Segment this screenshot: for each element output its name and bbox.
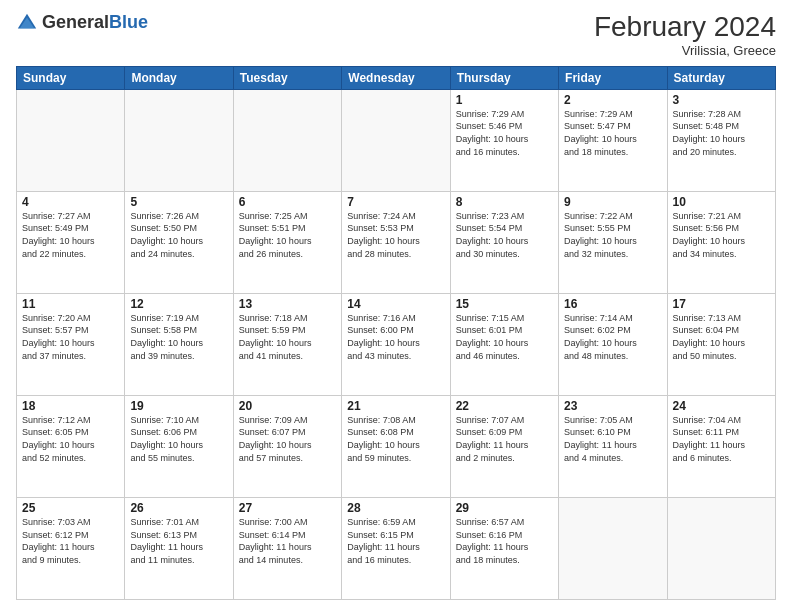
- day-info: Sunrise: 7:04 AMSunset: 6:11 PMDaylight:…: [673, 414, 770, 464]
- calendar-cell: 29Sunrise: 6:57 AMSunset: 6:16 PMDayligh…: [450, 497, 558, 599]
- day-info: Sunrise: 7:29 AMSunset: 5:46 PMDaylight:…: [456, 108, 553, 158]
- day-info: Sunrise: 7:20 AMSunset: 5:57 PMDaylight:…: [22, 312, 119, 362]
- calendar-cell: 1Sunrise: 7:29 AMSunset: 5:46 PMDaylight…: [450, 89, 558, 191]
- day-info: Sunrise: 6:59 AMSunset: 6:15 PMDaylight:…: [347, 516, 444, 566]
- day-number: 24: [673, 399, 770, 413]
- calendar-cell: 9Sunrise: 7:22 AMSunset: 5:55 PMDaylight…: [559, 191, 667, 293]
- calendar-week-4: 18Sunrise: 7:12 AMSunset: 6:05 PMDayligh…: [17, 395, 776, 497]
- day-number: 12: [130, 297, 227, 311]
- day-info: Sunrise: 7:22 AMSunset: 5:55 PMDaylight:…: [564, 210, 661, 260]
- calendar-cell: [233, 89, 341, 191]
- calendar-cell: [125, 89, 233, 191]
- day-number: 21: [347, 399, 444, 413]
- calendar-cell: 16Sunrise: 7:14 AMSunset: 6:02 PMDayligh…: [559, 293, 667, 395]
- calendar-cell: 17Sunrise: 7:13 AMSunset: 6:04 PMDayligh…: [667, 293, 775, 395]
- weekday-header-saturday: Saturday: [667, 66, 775, 89]
- month-title: February 2024: [594, 12, 776, 43]
- calendar-cell: 21Sunrise: 7:08 AMSunset: 6:08 PMDayligh…: [342, 395, 450, 497]
- logo: General Blue: [16, 12, 148, 34]
- calendar-cell: 19Sunrise: 7:10 AMSunset: 6:06 PMDayligh…: [125, 395, 233, 497]
- day-number: 13: [239, 297, 336, 311]
- calendar-week-2: 4Sunrise: 7:27 AMSunset: 5:49 PMDaylight…: [17, 191, 776, 293]
- day-info: Sunrise: 7:01 AMSunset: 6:13 PMDaylight:…: [130, 516, 227, 566]
- calendar-cell: 2Sunrise: 7:29 AMSunset: 5:47 PMDaylight…: [559, 89, 667, 191]
- weekday-header-monday: Monday: [125, 66, 233, 89]
- weekday-header-thursday: Thursday: [450, 66, 558, 89]
- calendar-cell: 14Sunrise: 7:16 AMSunset: 6:00 PMDayligh…: [342, 293, 450, 395]
- calendar-week-1: 1Sunrise: 7:29 AMSunset: 5:46 PMDaylight…: [17, 89, 776, 191]
- calendar-cell: [342, 89, 450, 191]
- calendar-cell: 26Sunrise: 7:01 AMSunset: 6:13 PMDayligh…: [125, 497, 233, 599]
- calendar-week-3: 11Sunrise: 7:20 AMSunset: 5:57 PMDayligh…: [17, 293, 776, 395]
- weekday-header-row: SundayMondayTuesdayWednesdayThursdayFrid…: [17, 66, 776, 89]
- calendar-week-5: 25Sunrise: 7:03 AMSunset: 6:12 PMDayligh…: [17, 497, 776, 599]
- day-number: 25: [22, 501, 119, 515]
- day-number: 8: [456, 195, 553, 209]
- calendar-cell: 25Sunrise: 7:03 AMSunset: 6:12 PMDayligh…: [17, 497, 125, 599]
- calendar-cell: 5Sunrise: 7:26 AMSunset: 5:50 PMDaylight…: [125, 191, 233, 293]
- day-number: 20: [239, 399, 336, 413]
- day-number: 9: [564, 195, 661, 209]
- calendar-cell: [559, 497, 667, 599]
- logo-icon: [16, 12, 38, 34]
- day-number: 17: [673, 297, 770, 311]
- day-number: 19: [130, 399, 227, 413]
- day-number: 6: [239, 195, 336, 209]
- logo-general: General: [42, 13, 109, 33]
- calendar-cell: 13Sunrise: 7:18 AMSunset: 5:59 PMDayligh…: [233, 293, 341, 395]
- day-info: Sunrise: 7:13 AMSunset: 6:04 PMDaylight:…: [673, 312, 770, 362]
- location: Vrilissia, Greece: [594, 43, 776, 58]
- logo-blue: Blue: [109, 13, 148, 33]
- day-number: 27: [239, 501, 336, 515]
- calendar-cell: 27Sunrise: 7:00 AMSunset: 6:14 PMDayligh…: [233, 497, 341, 599]
- calendar-cell: 7Sunrise: 7:24 AMSunset: 5:53 PMDaylight…: [342, 191, 450, 293]
- calendar-cell: 6Sunrise: 7:25 AMSunset: 5:51 PMDaylight…: [233, 191, 341, 293]
- day-info: Sunrise: 7:03 AMSunset: 6:12 PMDaylight:…: [22, 516, 119, 566]
- calendar-cell: 20Sunrise: 7:09 AMSunset: 6:07 PMDayligh…: [233, 395, 341, 497]
- day-info: Sunrise: 6:57 AMSunset: 6:16 PMDaylight:…: [456, 516, 553, 566]
- day-number: 2: [564, 93, 661, 107]
- day-info: Sunrise: 7:09 AMSunset: 6:07 PMDaylight:…: [239, 414, 336, 464]
- day-info: Sunrise: 7:18 AMSunset: 5:59 PMDaylight:…: [239, 312, 336, 362]
- day-number: 4: [22, 195, 119, 209]
- day-number: 3: [673, 93, 770, 107]
- logo-text: General Blue: [42, 13, 148, 33]
- day-info: Sunrise: 7:15 AMSunset: 6:01 PMDaylight:…: [456, 312, 553, 362]
- day-info: Sunrise: 7:12 AMSunset: 6:05 PMDaylight:…: [22, 414, 119, 464]
- day-number: 22: [456, 399, 553, 413]
- title-block: February 2024 Vrilissia, Greece: [594, 12, 776, 58]
- day-number: 5: [130, 195, 227, 209]
- day-info: Sunrise: 7:21 AMSunset: 5:56 PMDaylight:…: [673, 210, 770, 260]
- day-number: 15: [456, 297, 553, 311]
- day-info: Sunrise: 7:16 AMSunset: 6:00 PMDaylight:…: [347, 312, 444, 362]
- calendar-cell: 10Sunrise: 7:21 AMSunset: 5:56 PMDayligh…: [667, 191, 775, 293]
- calendar-cell: 24Sunrise: 7:04 AMSunset: 6:11 PMDayligh…: [667, 395, 775, 497]
- calendar-cell: [17, 89, 125, 191]
- day-number: 7: [347, 195, 444, 209]
- weekday-header-sunday: Sunday: [17, 66, 125, 89]
- day-info: Sunrise: 7:23 AMSunset: 5:54 PMDaylight:…: [456, 210, 553, 260]
- day-info: Sunrise: 7:05 AMSunset: 6:10 PMDaylight:…: [564, 414, 661, 464]
- weekday-header-wednesday: Wednesday: [342, 66, 450, 89]
- day-info: Sunrise: 7:10 AMSunset: 6:06 PMDaylight:…: [130, 414, 227, 464]
- day-info: Sunrise: 7:28 AMSunset: 5:48 PMDaylight:…: [673, 108, 770, 158]
- day-info: Sunrise: 7:24 AMSunset: 5:53 PMDaylight:…: [347, 210, 444, 260]
- header: General Blue February 2024 Vrilissia, Gr…: [16, 12, 776, 58]
- calendar-cell: 8Sunrise: 7:23 AMSunset: 5:54 PMDaylight…: [450, 191, 558, 293]
- day-info: Sunrise: 7:14 AMSunset: 6:02 PMDaylight:…: [564, 312, 661, 362]
- day-info: Sunrise: 7:00 AMSunset: 6:14 PMDaylight:…: [239, 516, 336, 566]
- day-number: 1: [456, 93, 553, 107]
- calendar-cell: [667, 497, 775, 599]
- day-info: Sunrise: 7:19 AMSunset: 5:58 PMDaylight:…: [130, 312, 227, 362]
- day-info: Sunrise: 7:25 AMSunset: 5:51 PMDaylight:…: [239, 210, 336, 260]
- page: General Blue February 2024 Vrilissia, Gr…: [0, 0, 792, 612]
- day-number: 16: [564, 297, 661, 311]
- calendar-cell: 3Sunrise: 7:28 AMSunset: 5:48 PMDaylight…: [667, 89, 775, 191]
- day-info: Sunrise: 7:29 AMSunset: 5:47 PMDaylight:…: [564, 108, 661, 158]
- day-info: Sunrise: 7:07 AMSunset: 6:09 PMDaylight:…: [456, 414, 553, 464]
- calendar-cell: 22Sunrise: 7:07 AMSunset: 6:09 PMDayligh…: [450, 395, 558, 497]
- calendar-cell: 12Sunrise: 7:19 AMSunset: 5:58 PMDayligh…: [125, 293, 233, 395]
- day-number: 26: [130, 501, 227, 515]
- calendar-cell: 11Sunrise: 7:20 AMSunset: 5:57 PMDayligh…: [17, 293, 125, 395]
- day-number: 10: [673, 195, 770, 209]
